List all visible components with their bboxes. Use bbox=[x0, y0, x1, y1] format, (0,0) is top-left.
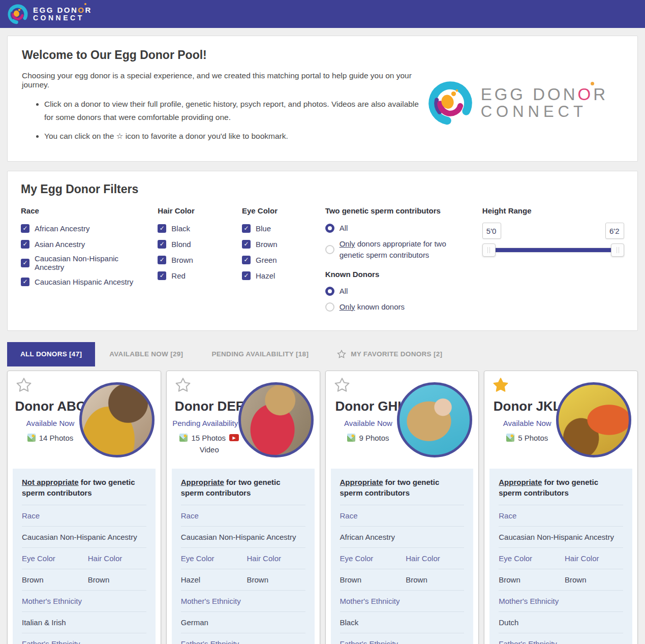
fathers-ethnicity-label: Father's Ethnicity bbox=[340, 633, 465, 644]
eye-color-label: Eye Color bbox=[22, 553, 88, 564]
brand-line2: CONNECT bbox=[33, 14, 92, 22]
video-icon[interactable]: ▶ bbox=[229, 434, 239, 441]
photos-count: 15 Photos bbox=[191, 434, 226, 442]
appropriate-flag: Not appropriate bbox=[22, 478, 79, 486]
availability-status: Pending Availabilityi bbox=[172, 419, 247, 427]
navbar: EGG DONOR CONNECT bbox=[0, 0, 645, 28]
checkbox-asian-ancestry[interactable]: ✓Asian Ancestry bbox=[21, 238, 133, 250]
donor-card-grid: Donor ABC Available Now 14 Photos Not ap… bbox=[7, 371, 638, 644]
photos-count: 5 Photos bbox=[518, 434, 548, 442]
mothers-ethnicity-label: Mother's Ethnicity bbox=[181, 591, 305, 612]
height-range-slider[interactable] bbox=[482, 243, 624, 257]
radio-known-donors-only[interactable]: Only known donors bbox=[325, 301, 458, 313]
checkbox-label: Blue bbox=[256, 224, 271, 233]
eye-color-label: Eye Color bbox=[499, 553, 565, 564]
checkbox-eye-brown[interactable]: ✓Brown bbox=[242, 238, 301, 250]
race-value: Caucasian Non-Hispanic Ancestry bbox=[181, 527, 305, 548]
radio-two-genetic-only[interactable]: Only donors appropriate for two genetic … bbox=[325, 238, 458, 261]
photos-count: 14 Photos bbox=[39, 434, 74, 442]
height-min-input[interactable] bbox=[482, 223, 501, 239]
filter-group-height-range: Height Range bbox=[482, 206, 624, 317]
filter-heading-known-donors: Known Donors bbox=[325, 270, 458, 279]
brand-logo[interactable]: EGG DONOR CONNECT bbox=[7, 4, 92, 25]
checkbox-label: Green bbox=[256, 256, 277, 264]
hair-color-value: Brown bbox=[565, 574, 623, 585]
checkbox-checked-icon: ✓ bbox=[21, 240, 29, 249]
filters-title: My Egg Donor Filters bbox=[21, 182, 624, 196]
availability-status: Available Now bbox=[13, 419, 88, 427]
checkbox-eye-green[interactable]: ✓Green bbox=[242, 254, 301, 265]
photos-count: 9 Photos bbox=[359, 434, 389, 442]
donor-card-jkl[interactable]: Donor JKL Available Now 5 Photos Appropr… bbox=[484, 371, 638, 644]
mothers-ethnicity-label: Mother's Ethnicity bbox=[22, 591, 146, 612]
checkbox-checked-icon: ✓ bbox=[21, 259, 29, 267]
appropriate-row: Not appropriate for two genetic sperm co… bbox=[22, 471, 146, 505]
donor-card-abc[interactable]: Donor ABC Available Now 14 Photos Not ap… bbox=[7, 371, 161, 644]
mothers-ethnicity-value: Dutch bbox=[499, 612, 623, 633]
donor-photo[interactable] bbox=[79, 382, 155, 457]
filter-heading-hair: Hair Color bbox=[158, 206, 218, 215]
appropriate-flag: Appropriate bbox=[499, 478, 542, 486]
checkbox-label: Caucasian Hispanic Ancestry bbox=[35, 278, 133, 286]
welcome-panel: Welcome to Our Egg Donor Pool! Choosing … bbox=[7, 36, 638, 162]
fathers-ethnicity-label: Father's Ethnicity bbox=[22, 633, 146, 644]
star-icon bbox=[337, 350, 346, 359]
checkbox-hair-red[interactable]: ✓Red bbox=[158, 270, 218, 281]
radio-label: All bbox=[340, 286, 348, 297]
checkbox-african-ancestry[interactable]: ✓African Ancestry bbox=[21, 223, 133, 234]
eye-color-label: Eye Color bbox=[181, 553, 247, 564]
slider-handle-min[interactable] bbox=[482, 243, 496, 257]
filter-group-hair-color: Hair Color ✓Black ✓Blond ✓Brown ✓Red bbox=[158, 206, 218, 317]
donor-video-line[interactable]: Video bbox=[172, 445, 247, 454]
hair-color-label: Hair Color bbox=[406, 553, 464, 564]
favorite-star-icon[interactable] bbox=[16, 377, 32, 393]
checkbox-label: Red bbox=[171, 271, 186, 280]
checkbox-label: Blond bbox=[171, 240, 191, 249]
checkbox-caucasian-non-hispanic[interactable]: ✓Caucasian Non-Hispanic Ancestry bbox=[21, 254, 133, 271]
checkbox-eye-hazel[interactable]: ✓Hazel bbox=[242, 270, 301, 281]
checkbox-label: Brown bbox=[256, 240, 278, 249]
mothers-ethnicity-label: Mother's Ethnicity bbox=[340, 591, 465, 612]
eye-color-value: Brown bbox=[340, 574, 406, 585]
checkbox-hair-brown[interactable]: ✓Brown bbox=[158, 254, 218, 265]
fathers-ethnicity-label: Father's Ethnicity bbox=[499, 633, 623, 644]
tab-pending-availability[interactable]: PENDING AVAILABILITY [18] bbox=[197, 342, 323, 366]
tab-my-favorite-donors[interactable]: MY FAVORITE DONORS [2] bbox=[323, 342, 456, 366]
eye-color-label: Eye Color bbox=[340, 553, 406, 564]
donor-card-ghi[interactable]: Donor GHI Available Now 9 Photos Appropr… bbox=[325, 371, 479, 644]
brand-logo-icon bbox=[7, 4, 28, 25]
radio-unselected-icon bbox=[325, 302, 334, 312]
radio-label: Only known donors bbox=[340, 301, 405, 313]
checkbox-hair-black[interactable]: ✓Black bbox=[158, 223, 218, 234]
filter-heading-two-genetic: Two genetic sperm contributors bbox=[325, 206, 458, 215]
availability-status: Available Now bbox=[331, 419, 406, 427]
checkbox-hair-blond[interactable]: ✓Blond bbox=[158, 238, 218, 250]
mothers-ethnicity-value: German bbox=[181, 612, 305, 633]
donor-photo[interactable] bbox=[397, 382, 472, 457]
race-label: Race bbox=[22, 505, 146, 527]
slider-fill bbox=[496, 248, 611, 252]
donor-photo[interactable] bbox=[556, 382, 631, 457]
checkbox-label: African Ancestry bbox=[35, 224, 89, 233]
donor-card-def[interactable]: Donor DEF Pending Availabilityi 15 Photo… bbox=[166, 371, 320, 644]
checkbox-checked-icon: ✓ bbox=[242, 224, 251, 233]
favorite-star-icon[interactable] bbox=[334, 377, 350, 393]
favorite-star-icon[interactable] bbox=[175, 377, 191, 393]
appropriate-row: Appropriate for two genetic sperm contri… bbox=[340, 471, 465, 505]
checkbox-checked-icon: ✓ bbox=[158, 240, 166, 249]
appropriate-flag: Appropriate bbox=[340, 478, 383, 486]
height-max-input[interactable] bbox=[605, 223, 624, 239]
filter-heading-race: Race bbox=[21, 206, 133, 215]
radio-known-donors-all[interactable]: All bbox=[325, 286, 458, 297]
mothers-ethnicity-value: Black bbox=[340, 612, 465, 633]
checkbox-caucasian-hispanic[interactable]: ✓Caucasian Hispanic Ancestry bbox=[21, 276, 133, 287]
checkbox-eye-blue[interactable]: ✓Blue bbox=[242, 223, 301, 234]
tab-available-now[interactable]: AVAILABLE NOW [29] bbox=[95, 342, 197, 366]
donor-photo[interactable] bbox=[238, 382, 314, 457]
checkbox-label: Brown bbox=[171, 256, 193, 264]
radio-two-genetic-all[interactable]: All bbox=[325, 223, 458, 234]
tab-all-donors[interactable]: ALL DONORS [47] bbox=[7, 342, 95, 366]
slider-handle-max[interactable] bbox=[611, 243, 624, 257]
radio-selected-icon bbox=[325, 224, 334, 233]
favorite-star-icon[interactable] bbox=[493, 377, 509, 393]
